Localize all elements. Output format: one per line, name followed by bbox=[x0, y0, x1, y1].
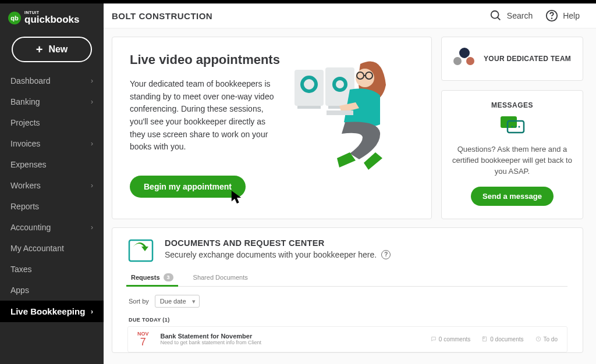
sidebar-item-taxes[interactable]: Taxes bbox=[0, 259, 104, 280]
bookkeeper-illustration bbox=[292, 52, 414, 174]
sort-select[interactable]: Due date bbox=[155, 295, 200, 308]
chevron-right-icon: › bbox=[91, 223, 93, 231]
sidebar-item-label: Apps bbox=[10, 286, 29, 295]
team-card-title: YOUR DEDICATED TEAM bbox=[484, 55, 571, 63]
sidebar-item-reports[interactable]: Reports bbox=[0, 196, 104, 217]
tab-shared-documents[interactable]: Shared Documents bbox=[192, 273, 249, 286]
svg-point-19 bbox=[519, 126, 520, 128]
sidebar-item-label: Expenses bbox=[10, 160, 46, 169]
sidebar-item-workers[interactable]: Workers› bbox=[0, 175, 104, 196]
begin-appointment-button[interactable]: Begin my appointment bbox=[130, 176, 246, 198]
brand-name: quickbooks bbox=[24, 14, 79, 25]
sort-value: Due date bbox=[160, 298, 186, 305]
svg-point-17 bbox=[512, 126, 513, 128]
brand-logo: qb INTUIT quickbooks bbox=[0, 3, 104, 31]
new-button[interactable]: + New bbox=[12, 37, 92, 62]
help-icon bbox=[545, 9, 558, 22]
send-message-button[interactable]: Send a message bbox=[471, 187, 554, 206]
appointment-card: Live video appointments Your dedicated t… bbox=[112, 37, 432, 219]
brand-badge-icon: qb bbox=[8, 12, 21, 24]
tab-label: Requests bbox=[131, 274, 160, 281]
chevron-right-icon: › bbox=[91, 181, 93, 190]
svg-rect-15 bbox=[501, 116, 517, 128]
chevron-right-icon: › bbox=[91, 98, 93, 106]
new-button-label: New bbox=[48, 44, 68, 55]
sidebar-item-label: Invoices bbox=[10, 139, 40, 148]
messages-description: Questions? Ask them here and a certified… bbox=[452, 144, 572, 177]
request-day: 7 bbox=[137, 337, 149, 347]
svg-rect-5 bbox=[295, 70, 324, 106]
chat-icon bbox=[499, 115, 525, 136]
request-date: NOV 7 bbox=[137, 331, 149, 347]
dedicated-team-card[interactable]: YOUR DEDICATED TEAM bbox=[441, 37, 583, 81]
documents-title: DOCUMENTS AND REQUEST CENTER bbox=[165, 238, 391, 248]
documents-subtitle: Securely exchange documents with your bo… bbox=[165, 250, 377, 259]
sidebar-item-accounting[interactable]: Accounting› bbox=[0, 217, 104, 238]
sidebar-item-label: Projects bbox=[10, 118, 40, 127]
sidebar-item-label: Reports bbox=[10, 202, 39, 211]
sidebar-item-label: Workers bbox=[10, 181, 41, 190]
sidebar-item-label: Banking bbox=[10, 97, 40, 106]
documents-tabs: Requests 3 Shared Documents bbox=[127, 273, 567, 287]
svg-line-1 bbox=[498, 17, 501, 20]
request-status-label: To do bbox=[544, 336, 558, 342]
info-icon[interactable]: ? bbox=[381, 250, 391, 259]
request-status: To do bbox=[535, 336, 558, 342]
svg-rect-21 bbox=[483, 337, 487, 341]
sidebar-item-apps[interactable]: Apps bbox=[0, 280, 104, 301]
cursor-icon bbox=[230, 190, 243, 207]
chevron-right-icon: › bbox=[91, 308, 93, 316]
appointment-title: Live video appointments bbox=[130, 52, 280, 67]
request-subtitle: Need to get bank statement info from Cli… bbox=[161, 340, 419, 345]
request-documents: 0 documents bbox=[482, 336, 523, 342]
sidebar-item-projects[interactable]: Projects bbox=[0, 112, 104, 133]
search-label: Search bbox=[507, 11, 533, 20]
documents-card: DOCUMENTS AND REQUEST CENTER Securely ex… bbox=[112, 227, 583, 353]
sidebar-item-label: Taxes bbox=[10, 265, 32, 274]
sidebar-item-label: My Accountant bbox=[10, 244, 64, 253]
plus-icon: + bbox=[36, 44, 43, 55]
tab-requests[interactable]: Requests 3 bbox=[130, 273, 175, 286]
sidebar-item-invoices[interactable]: Invoices› bbox=[0, 133, 104, 154]
sidebar-item-label: Dashboard bbox=[10, 76, 51, 85]
document-exchange-icon bbox=[127, 238, 154, 263]
sidebar-item-label: Accounting bbox=[10, 223, 51, 232]
svg-rect-6 bbox=[297, 106, 321, 109]
request-row[interactable]: NOV 7 Bank Statement for November Need t… bbox=[127, 326, 567, 352]
sidebar-item-live-bookkeeping[interactable]: Live Bookkeeping› bbox=[0, 301, 104, 322]
search-icon bbox=[489, 9, 502, 22]
tab-count-badge: 3 bbox=[164, 273, 173, 281]
request-title: Bank Statement for November bbox=[161, 333, 419, 340]
chevron-right-icon: › bbox=[91, 140, 93, 148]
appointment-description: Your dedicated team of bookkeepers is st… bbox=[130, 78, 280, 154]
sidebar: qb INTUIT quickbooks + New Dashboard› Ba… bbox=[0, 3, 104, 364]
help-action[interactable]: Help bbox=[545, 9, 580, 22]
sidebar-nav: Dashboard› Banking› Projects Invoices› E… bbox=[0, 70, 104, 322]
company-name: BOLT CONSTRUCTION bbox=[112, 11, 212, 21]
svg-point-3 bbox=[552, 18, 552, 19]
header: BOLT CONSTRUCTION Search Help bbox=[104, 3, 596, 28]
sidebar-item-dashboard[interactable]: Dashboard› bbox=[0, 70, 104, 91]
svg-marker-4 bbox=[232, 191, 242, 204]
help-label: Help bbox=[563, 11, 580, 20]
sidebar-item-banking[interactable]: Banking› bbox=[0, 91, 104, 112]
chevron-right-icon: › bbox=[91, 77, 93, 85]
tab-label: Shared Documents bbox=[193, 274, 248, 281]
request-comments-label: 0 comments bbox=[439, 336, 470, 342]
sidebar-item-expenses[interactable]: Expenses bbox=[0, 154, 104, 175]
main-panel: BOLT CONSTRUCTION Search Help bbox=[104, 3, 596, 364]
sidebar-item-my-accountant[interactable]: My Accountant bbox=[0, 238, 104, 259]
sort-label: Sort by bbox=[129, 298, 149, 305]
request-comments: 0 comments bbox=[431, 336, 470, 342]
team-avatars-icon bbox=[452, 47, 477, 71]
messages-card: MESSAGES Questions? Ask them here and a … bbox=[441, 90, 583, 219]
svg-point-0 bbox=[491, 11, 499, 19]
search-action[interactable]: Search bbox=[489, 9, 533, 22]
request-documents-label: 0 documents bbox=[490, 336, 523, 342]
messages-title: MESSAGES bbox=[452, 101, 572, 109]
svg-point-18 bbox=[515, 126, 517, 128]
sidebar-item-label: Live Bookkeeping bbox=[10, 306, 85, 316]
due-today-header: DUE TODAY (1) bbox=[127, 313, 567, 326]
